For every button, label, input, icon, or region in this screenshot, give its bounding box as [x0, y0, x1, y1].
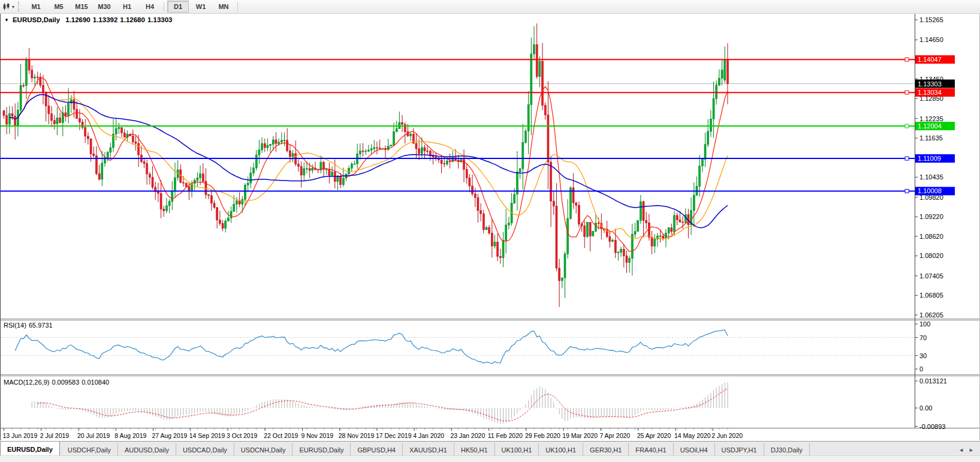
key-level-handle	[905, 91, 909, 94]
date-label: 2 Jul 2019	[40, 432, 70, 439]
candle-body	[43, 85, 44, 93]
chart-tab-usdcnh-daily[interactable]: USDCNH,Daily	[234, 443, 293, 455]
candle-body	[149, 174, 150, 177]
candle-body	[306, 169, 307, 169]
chart-tab-gbpusd-h4[interactable]: GBPUSD,H4	[351, 443, 403, 455]
candle-body	[247, 183, 249, 185]
date-label: 9 Nov 2019	[301, 432, 333, 439]
chart-tab-audusd-daily[interactable]: AUDUSD,Daily	[118, 443, 176, 455]
candle-body	[289, 151, 291, 157]
chart-tab-ger30-h1[interactable]: GER30,H1	[583, 443, 629, 455]
y-axis-tick-label: 1.09220	[919, 213, 943, 220]
candle-body	[11, 113, 13, 116]
symbol-dropdown-icon[interactable]: ▼	[4, 17, 9, 23]
chart-symbol-label: EURUSD,Daily	[13, 16, 60, 23]
chart-tab-usdjpy-h1[interactable]: USDJPY,H1	[715, 443, 764, 455]
chart-tab-xauusd-h1[interactable]: XAUUSD,H1	[403, 443, 454, 455]
date-label: 14 Sep 2019	[189, 432, 225, 439]
candle-body	[648, 223, 650, 237]
candle-body	[623, 249, 625, 256]
candlestick-tool-icon	[2, 2, 11, 11]
candle-body	[724, 61, 726, 80]
y-axis-tick-label: 1.06205	[919, 311, 943, 319]
candle-body	[704, 145, 706, 160]
candle-body	[202, 174, 204, 181]
candle-body	[233, 205, 235, 212]
candle-body	[508, 223, 509, 225]
timeframe-button-h4[interactable]: H4	[139, 1, 161, 13]
timeframe-button-m1[interactable]: M1	[25, 1, 47, 13]
candle-body	[328, 169, 330, 175]
candle-body	[396, 128, 397, 131]
tab-scroll-arrows: ◄ ►	[955, 447, 980, 455]
candle-body	[25, 61, 27, 86]
chart-canvas[interactable]: RSI(14)65.9731 MACD(12,26,9)0.0095830.01…	[1, 14, 979, 440]
chart-tab-usdcad-daily[interactable]: USDCAD,Daily	[176, 443, 234, 455]
chart-tab-usoil-h4[interactable]: USOil,H4	[674, 443, 715, 455]
ohlc-close: 1.13303	[147, 16, 173, 23]
candle-body	[242, 200, 243, 204]
top-toolbar: ▾ M1M5M15M30H1H4D1W1MN	[0, 0, 980, 14]
candle-body	[524, 131, 526, 142]
chart-tab-uk100-h1[interactable]: UK100,H1	[495, 443, 539, 455]
candle-body	[118, 127, 120, 128]
candle-body	[37, 77, 38, 77]
chart-tab-hk50-h1[interactable]: HK50,H1	[454, 443, 495, 455]
candle-body	[674, 215, 676, 232]
candle-body	[718, 78, 720, 85]
timeframe-button-m5[interactable]: M5	[48, 1, 70, 13]
candle-body	[710, 119, 711, 131]
timeframe-button-m15[interactable]: M15	[71, 1, 92, 13]
candle-body	[300, 166, 302, 175]
chart-tab-usdchf-daily[interactable]: USDCHF,Daily	[61, 443, 118, 455]
timeframe-button-d1[interactable]: D1	[167, 1, 189, 13]
date-label: 23 Jan 2020	[450, 432, 485, 439]
candle-body	[93, 154, 95, 156]
key-level-handle	[905, 124, 909, 128]
candle-body	[643, 202, 644, 220]
candle-body	[584, 226, 586, 236]
candle-body	[379, 148, 381, 148]
tab-scroll-right-icon[interactable]: ►	[969, 447, 974, 453]
key-level-price-label-text: 1.13034	[918, 89, 942, 96]
timeframe-button-w1[interactable]: W1	[190, 1, 212, 13]
candle-body	[264, 143, 266, 148]
tab-scroll-left-icon[interactable]: ◄	[958, 447, 964, 453]
candle-body	[171, 191, 173, 201]
candle-body	[6, 116, 8, 125]
candle-body	[23, 85, 25, 86]
candle-body	[390, 145, 392, 146]
date-label: 11 Feb 2020	[488, 432, 523, 439]
candle-body	[721, 70, 723, 79]
chart-tab-uk100-h1[interactable]: UK100,H1	[539, 443, 583, 455]
candle-body	[272, 140, 274, 144]
candle-body	[340, 176, 342, 184]
candle-body	[85, 127, 86, 136]
chart-tab-eurusd-daily[interactable]: EURUSD,Daily	[293, 443, 351, 455]
candle-body	[393, 131, 395, 145]
candle-body	[90, 139, 92, 154]
key-level-price-label-text: 1.14047	[918, 56, 942, 63]
timeframe-button-m30[interactable]: M30	[94, 1, 115, 13]
toolbar-grip[interactable]	[18, 2, 22, 11]
candle-body	[466, 169, 468, 178]
candle-body	[446, 161, 448, 164]
candle-body	[427, 151, 429, 151]
chart-tab-eurusd-daily[interactable]: EURUSD,Daily	[0, 442, 60, 455]
candle-body	[707, 131, 709, 145]
timeframe-button-h1[interactable]: H1	[116, 1, 138, 13]
candle-body	[20, 85, 22, 110]
rsi-scale-label: 30	[919, 352, 927, 359]
chart-tab-dj30-daily[interactable]: DJ30,Daily	[764, 443, 810, 455]
candle-body	[646, 220, 647, 223]
candle-body	[200, 174, 201, 178]
timeframe-button-mn[interactable]: MN	[213, 1, 234, 13]
chart-tab-fra40-h1[interactable]: FRA40,H1	[629, 443, 673, 455]
date-label: 27 Aug 2019	[152, 432, 187, 439]
candle-body	[165, 206, 167, 211]
candle-body	[208, 194, 210, 195]
candle-body	[309, 169, 310, 170]
chart-pointer-icon[interactable]: ▾	[0, 1, 17, 13]
candle-body	[135, 142, 137, 143]
date-label: 17 Dec 2019	[376, 432, 412, 439]
